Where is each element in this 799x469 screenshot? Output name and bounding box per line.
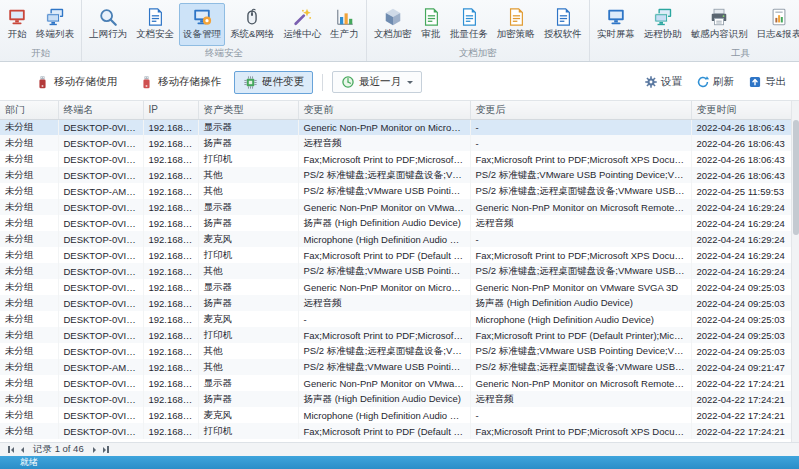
cell-after_change: PS/2 标准键盘;远程桌面键盘设备;VMware USB Pointing D… xyxy=(470,263,691,279)
record-last-button[interactable] xyxy=(101,444,111,455)
table-row[interactable]: 未分组DESKTOP-0VIDMDJ192.168.1.52打印机Fax;Mic… xyxy=(0,327,791,343)
cell-department: 未分组 xyxy=(0,359,58,375)
record-prev-button[interactable] xyxy=(19,444,26,455)
cell-after_change: Generic Non-PnP Monitor on Microsoft Rem… xyxy=(470,375,691,391)
column-header-asset_type[interactable]: 资产类型 xyxy=(198,101,298,119)
cell-ip: 192.168.1.52 xyxy=(143,231,198,247)
arrow-left-icon xyxy=(11,447,14,453)
ribbon-item-label: 上网行为 xyxy=(89,29,127,39)
ribbon-item-label: 日志&报表 xyxy=(757,29,799,39)
table-row[interactable]: 未分组DESKTOP-0VIDMDJ192.168.1.52扬声器扬声器 (Hi… xyxy=(0,215,791,231)
cell-terminal_name: DESKTOP-0VIDMDJ xyxy=(58,311,143,327)
vertical-scrollbar[interactable] xyxy=(791,101,799,442)
table-row[interactable]: 未分组DESKTOP-0VIDMDJ192.168.1.52显示器Generic… xyxy=(0,279,791,295)
table-row[interactable]: 未分组DESKTOP-0VIDMDJ192.168.1.52其他PS/2 标准键… xyxy=(0,167,791,183)
cell-before_change: 扬声器 (High Definition Audio Device) xyxy=(298,391,470,407)
record-navigator: 记录 1 of 46 xyxy=(0,442,799,456)
cell-change_time: 2022-04-22 17:24:21 xyxy=(691,423,791,439)
cell-change_time: 2022-04-25 11:59:53 xyxy=(691,183,791,199)
table-row[interactable]: 未分组DESKTOP-0VIDMDJ192.168.1.52显示器Generic… xyxy=(0,119,791,135)
scrollbar-thumb[interactable] xyxy=(793,120,799,235)
cell-ip: 192.168.1.52 xyxy=(143,247,198,263)
table-header-row: 部门终端名IP资产类型变更前变更后变更时间 xyxy=(0,101,791,119)
table-row[interactable]: 未分组DESKTOP-0VIDMDJ192.168.1.52扬声器远程音频扬声器… xyxy=(0,295,791,311)
column-header-before_change[interactable]: 变更前 xyxy=(298,101,470,119)
ribbon-group-items: 上网行为文档安全设备管理系统&网络运维中心生产力 xyxy=(83,0,365,46)
table-row[interactable]: 未分组DESKTOP-0VIDMDJ192.168.1.52打印机Fax;Mic… xyxy=(0,423,791,439)
status-bar: 就绪 xyxy=(0,456,799,469)
table-row[interactable]: 未分组DESKTOP-0VIDMDJ192.168.1.52显示器Generic… xyxy=(0,375,791,391)
table-row[interactable]: 未分组DESKTOP-0VIDMDJ192.168.1.52麦克风Microph… xyxy=(0,407,791,423)
ribbon-item-live-screen[interactable]: 实时屏幕 xyxy=(593,3,639,46)
time-filter-dropdown[interactable]: 最近一月 xyxy=(332,71,422,93)
ribbon-item-sensitive-content[interactable]: 敏感内容识别 xyxy=(687,3,752,46)
cell-terminal_name: DESKTOP-0VIDMDJ xyxy=(58,167,143,183)
cell-asset_type: 打印机 xyxy=(198,423,298,439)
app-window: 开始终端列表开始上网行为文档安全设备管理系统&网络运维中心生产力终端安全文档加密… xyxy=(0,0,799,469)
table-row[interactable]: 未分组DESKTOP-0VIDMDJ192.168.1.52麦克风Microph… xyxy=(0,231,791,247)
ribbon-item-log-report[interactable]: 日志&报表 xyxy=(753,3,799,46)
table-row[interactable]: 未分组DESKTOP-0VIDMDJ192.168.1.52其他PS/2 标准键… xyxy=(0,263,791,279)
record-first-button[interactable] xyxy=(6,444,16,455)
ribbon-item-device-management[interactable]: 设备管理 xyxy=(179,3,225,46)
action-export[interactable]: 导出 xyxy=(747,74,787,90)
action-settings-gear[interactable]: 设置 xyxy=(643,74,683,90)
cell-after_change: PS/2 标准键盘;远程桌面键盘设备;VMware USB Pointing D… xyxy=(470,359,691,375)
cell-ip: 192.168.1.51 xyxy=(143,183,198,199)
document-security-icon xyxy=(145,7,165,27)
ribbon-item-start[interactable]: 开始 xyxy=(3,3,31,46)
toolbar-button-hardware-change[interactable]: 硬件变更 xyxy=(234,71,313,94)
cell-before_change: Fax;Microsoft Print to PDF (Default Prin… xyxy=(298,247,470,263)
cell-before_change: Microphone (High Definition Audio Device… xyxy=(298,231,470,247)
ribbon-item-terminal-list[interactable]: 终端列表 xyxy=(32,3,78,46)
ribbon-item-approval[interactable]: 审批 xyxy=(417,3,445,46)
table-container: 部门终端名IP资产类型变更前变更后变更时间 未分组DESKTOP-0VIDMDJ… xyxy=(0,100,799,442)
ribbon-item-web-behavior[interactable]: 上网行为 xyxy=(85,3,131,46)
action-refresh[interactable]: 刷新 xyxy=(695,74,735,90)
ribbon-item-document-security[interactable]: 文档安全 xyxy=(132,3,178,46)
column-header-change_time[interactable]: 变更时间 xyxy=(691,101,791,119)
table-row[interactable]: 未分组DESKTOP-0VIDMDJ192.168.1.52显示器Generic… xyxy=(0,199,791,215)
ribbon-item-licensed-software[interactable]: 授权软件 xyxy=(540,3,586,46)
cell-department: 未分组 xyxy=(0,423,58,439)
ribbon-item-document-encrypt[interactable]: 文档加密 xyxy=(370,3,416,46)
ribbon-item-label: 开始 xyxy=(8,29,27,39)
cell-terminal_name: DESKTOP-0VIDMDJ xyxy=(58,327,143,343)
ribbon-item-remote-assist[interactable]: 远程协助 xyxy=(640,3,686,46)
record-next-button[interactable] xyxy=(91,444,98,455)
ribbon-item-label: 审批 xyxy=(421,29,440,39)
table-row[interactable]: 未分组DESKTOP-AM2AGL3192.168.1.51其他PS/2 标准键… xyxy=(0,183,791,199)
ribbon-item-encrypt-policy[interactable]: 加密策略 xyxy=(493,3,539,46)
hardware-change-table: 部门终端名IP资产类型变更前变更后变更时间 未分组DESKTOP-0VIDMDJ… xyxy=(0,101,792,439)
column-header-terminal_name[interactable]: 终端名 xyxy=(58,101,143,119)
ribbon-item-ops-center[interactable]: 运维中心 xyxy=(279,3,325,46)
cell-terminal_name: DESKTOP-0VIDMDJ xyxy=(58,247,143,263)
table-row[interactable]: 未分组DESKTOP-0VIDMDJ192.168.1.52扬声器扬声器 (Hi… xyxy=(0,391,791,407)
column-header-department[interactable]: 部门 xyxy=(0,101,58,119)
cell-terminal_name: DESKTOP-0VIDMDJ xyxy=(58,391,143,407)
cell-before_change: 远程音频 xyxy=(298,295,470,311)
table-row[interactable]: 未分组DESKTOP-0VIDMDJ192.168.1.52其他PS/2 标准键… xyxy=(0,343,791,359)
hardware-change-icon xyxy=(243,75,258,90)
cell-ip: 192.168.1.52 xyxy=(143,279,198,295)
table-row[interactable]: 未分组DESKTOP-0VIDMDJ192.168.1.52扬声器远程音频-20… xyxy=(0,135,791,151)
ribbon-item-productivity[interactable]: 生产力 xyxy=(326,3,363,46)
table-row[interactable]: 未分组DESKTOP-0VIDMDJ192.168.1.52麦克风-Microp… xyxy=(0,311,791,327)
table-row[interactable]: 未分组DESKTOP-AM2AGL3192.168.1.51其他PS/2 标准键… xyxy=(0,359,791,375)
toolbar-button-removable-storage-usage[interactable]: 移动存储使用 xyxy=(26,71,126,94)
toolbar-button-removable-storage-operation[interactable]: 移动存储操作 xyxy=(130,71,230,94)
ribbon-item-label: 生产力 xyxy=(330,29,359,39)
column-header-ip[interactable]: IP xyxy=(143,101,198,119)
ribbon-item-label: 设备管理 xyxy=(183,29,221,39)
ribbon-item-system-network[interactable]: 系统&网络 xyxy=(226,3,278,46)
ribbon-item-label: 终端列表 xyxy=(36,29,74,39)
cell-asset_type: 显示器 xyxy=(198,279,298,295)
ribbon-group-items: 文档加密审批批量任务加密策略授权软件 xyxy=(368,0,588,46)
status-text: 就绪 xyxy=(20,456,38,469)
column-header-after_change[interactable]: 变更后 xyxy=(470,101,691,119)
cell-asset_type: 显示器 xyxy=(198,375,298,391)
ribbon-item-batch-task[interactable]: 批量任务 xyxy=(446,3,492,46)
table-row[interactable]: 未分组DESKTOP-0VIDMDJ192.168.1.52打印机Fax;Mic… xyxy=(0,151,791,167)
table-row[interactable]: 未分组DESKTOP-0VIDMDJ192.168.1.52打印机Fax;Mic… xyxy=(0,247,791,263)
cell-terminal_name: DESKTOP-AM2AGL3 xyxy=(58,359,143,375)
